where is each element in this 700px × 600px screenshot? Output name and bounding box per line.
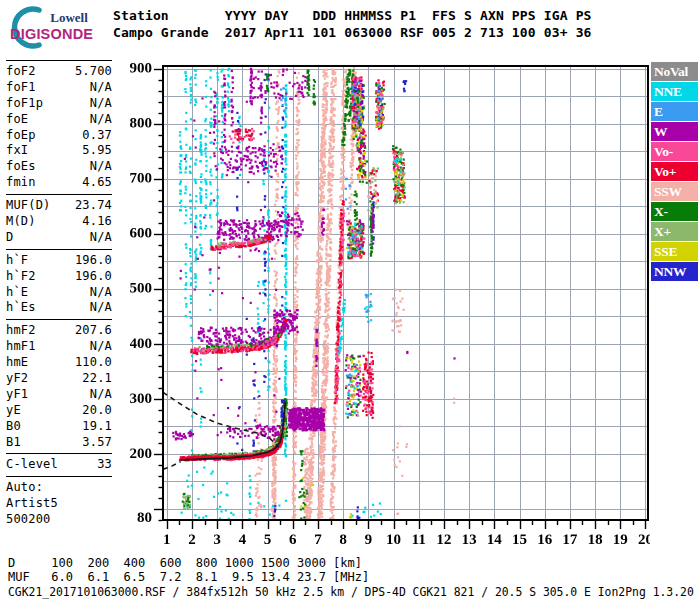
param-value: 4.65	[82, 175, 112, 191]
param-label: B1	[6, 435, 21, 451]
legend-item-NNW: NNW	[651, 262, 698, 281]
param-label: yF2	[6, 371, 28, 387]
param-label: foE	[6, 112, 28, 128]
legend-item-X-: X-	[651, 202, 698, 221]
param-value: N/A	[90, 112, 112, 128]
footer-line: CGK21_2017101063000.RSF / 384fx512h 50 k…	[8, 585, 694, 599]
param-label: h`Es	[6, 300, 36, 316]
param-label: B0	[6, 419, 21, 435]
param-row: fmin4.65	[6, 175, 112, 191]
param-row: fxI5.95	[6, 143, 112, 159]
divider	[6, 249, 112, 250]
params-panel: foF25.700foF1N/AfoF1pN/AfoEN/AfoEp0.37fx…	[6, 57, 112, 528]
param-label: foEs	[6, 159, 36, 175]
param-label: hmF1	[6, 339, 36, 355]
color-legend: NoValNNEEWVo-Vo+SSWX-X+SSENNW	[651, 62, 698, 282]
digisonde-wordmark: DIGISONDE	[10, 26, 93, 42]
param-value: N/A	[90, 300, 112, 316]
param-row: B13.57	[6, 435, 112, 451]
param-value: 3.57	[82, 435, 112, 451]
param-value: 5.700	[75, 64, 112, 80]
param-row: foF1N/A	[6, 80, 112, 96]
param-row: foEsN/A	[6, 159, 112, 175]
legend-item-NoVal: NoVal	[651, 62, 698, 81]
digisonde-logo: Lowell DIGISONDE	[6, 4, 110, 50]
param-value: N/A	[90, 96, 112, 112]
legend-item-Vo+: Vo+	[651, 162, 698, 181]
divider	[6, 194, 112, 195]
ionogram-plot	[130, 55, 650, 545]
param-row: foF1pN/A	[6, 96, 112, 112]
param-value: 23.74	[75, 198, 112, 214]
param-row: MUF(D)23.74	[6, 198, 112, 214]
param-label: fxI	[6, 143, 28, 159]
param-row: yF1N/A	[6, 387, 112, 403]
param-value: 110.0	[75, 355, 112, 371]
param-label: foF1	[6, 80, 36, 96]
legend-item-SSE: SSE	[651, 242, 698, 261]
param-row: foEp0.37	[6, 128, 112, 144]
param-row: Artist5	[6, 496, 112, 512]
param-row: h`F2196.0	[6, 269, 112, 285]
legend-item-X+: X+	[651, 222, 698, 241]
legend-item-NNE: NNE	[651, 82, 698, 101]
param-value: 33	[97, 457, 112, 473]
param-label: hmE	[6, 355, 28, 371]
param-value: N/A	[90, 285, 112, 301]
param-row: foF25.700	[6, 64, 112, 80]
param-row: yF222.1	[6, 371, 112, 387]
param-label: foF2	[6, 64, 36, 80]
param-value: 20.0	[82, 403, 112, 419]
param-label: D	[6, 230, 13, 246]
param-label: Artist5	[6, 496, 58, 512]
param-value: 0.37	[82, 128, 112, 144]
param-label: M(D)	[6, 214, 36, 230]
divider	[6, 476, 112, 477]
header-line-1: Station YYYY DAY DDD HHMMSS P1 FFS S AXN…	[113, 8, 592, 23]
param-label: fmin	[6, 175, 36, 191]
divider	[6, 453, 112, 454]
param-value: 19.1	[82, 419, 112, 435]
param-row: 500200	[6, 512, 112, 528]
legend-item-SSW: SSW	[651, 182, 698, 201]
param-value: N/A	[90, 387, 112, 403]
param-value: 4.16	[82, 214, 112, 230]
param-value: N/A	[90, 339, 112, 355]
param-label: h`F2	[6, 269, 36, 285]
param-label: 500200	[6, 512, 51, 528]
param-label: Auto:	[6, 480, 43, 496]
param-value: 196.0	[75, 269, 112, 285]
param-row: C-level33	[6, 457, 112, 473]
divider	[6, 60, 112, 61]
param-row: foEN/A	[6, 112, 112, 128]
param-label: MUF(D)	[6, 198, 51, 214]
legend-item-W: W	[651, 122, 698, 141]
param-label: yE	[6, 403, 21, 419]
digisonde-ionogram-app: Lowell DIGISONDE Station YYYY DAY DDD HH…	[0, 0, 700, 600]
param-row: h`EN/A	[6, 285, 112, 301]
param-value: 196.0	[75, 253, 112, 269]
param-row: hmE110.0	[6, 355, 112, 371]
param-label: hmF2	[6, 323, 36, 339]
param-row: DN/A	[6, 230, 112, 246]
param-label: C-level	[6, 457, 58, 473]
param-row: hmF1N/A	[6, 339, 112, 355]
param-row: hmF2207.6	[6, 323, 112, 339]
param-value: N/A	[90, 159, 112, 175]
d-row: D 100 200 400 600 800 1000 1500 3000 [km…	[8, 556, 362, 570]
header-line-2: Campo Grande 2017 Apr11 101 063000 RSF 0…	[113, 25, 592, 40]
param-row: Auto:	[6, 480, 112, 496]
legend-item-Vo-: Vo-	[651, 142, 698, 161]
param-value: 22.1	[82, 371, 112, 387]
param-value: 5.95	[82, 143, 112, 159]
param-label: h`F	[6, 253, 28, 269]
dmuf-table: D 100 200 400 600 800 1000 1500 3000 [km…	[8, 556, 369, 584]
logo-arc-icon: Lowell DIGISONDE	[6, 4, 110, 50]
param-label: foEp	[6, 128, 36, 144]
param-row: h`EsN/A	[6, 300, 112, 316]
param-row: h`F196.0	[6, 253, 112, 269]
param-label: yF1	[6, 387, 28, 403]
param-value: N/A	[90, 80, 112, 96]
param-value: 207.6	[75, 323, 112, 339]
header-fields: Station YYYY DAY DDD HHMMSS P1 FFS S AXN…	[113, 7, 592, 41]
